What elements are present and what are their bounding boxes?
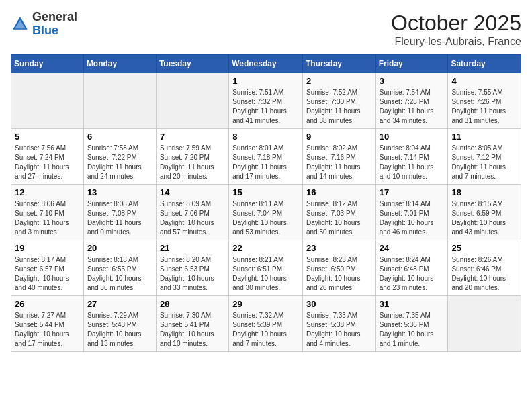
calendar-cell: 16Sunrise: 8:12 AM Sunset: 7:03 PM Dayli… (302, 185, 375, 240)
logo-blue: Blue (32, 24, 58, 37)
calendar-cell: 28Sunrise: 7:30 AM Sunset: 5:41 PM Dayli… (156, 296, 228, 352)
calendar-subtitle: Fleury-les-Aubrais, France (391, 36, 521, 48)
day-number: 10 (380, 132, 445, 142)
calendar-cell: 31Sunrise: 7:35 AM Sunset: 5:36 PM Dayli… (375, 296, 448, 352)
calendar-cell: 30Sunrise: 7:33 AM Sunset: 5:38 PM Dayli… (302, 296, 375, 352)
day-number: 3 (380, 76, 445, 86)
day-number: 23 (306, 243, 372, 253)
calendar-cell: 7Sunrise: 7:59 AM Sunset: 7:20 PM Daylig… (156, 129, 228, 185)
day-info: Sunrise: 8:12 AM Sunset: 7:03 PM Dayligh… (306, 199, 372, 237)
day-number: 17 (380, 187, 445, 197)
day-number: 21 (160, 243, 225, 253)
header-cell-tuesday: Tuesday (156, 55, 228, 73)
calendar-cell: 10Sunrise: 8:04 AM Sunset: 7:14 PM Dayli… (375, 129, 448, 185)
day-number: 2 (306, 76, 372, 86)
calendar-cell: 3Sunrise: 7:54 AM Sunset: 7:28 PM Daylig… (375, 73, 448, 129)
day-info: Sunrise: 8:14 AM Sunset: 7:01 PM Dayligh… (380, 199, 445, 237)
calendar-cell: 15Sunrise: 8:11 AM Sunset: 7:04 PM Dayli… (229, 185, 303, 240)
day-info: Sunrise: 8:08 AM Sunset: 7:08 PM Dayligh… (87, 199, 152, 237)
calendar-cell: 5Sunrise: 7:56 AM Sunset: 7:24 PM Daylig… (11, 129, 84, 185)
day-info: Sunrise: 7:30 AM Sunset: 5:41 PM Dayligh… (160, 311, 225, 349)
day-info: Sunrise: 7:51 AM Sunset: 7:32 PM Dayligh… (232, 88, 299, 126)
day-info: Sunrise: 7:56 AM Sunset: 7:24 PM Dayligh… (15, 144, 80, 181)
calendar-cell (11, 73, 84, 129)
day-number: 16 (306, 187, 372, 197)
day-number: 11 (451, 132, 517, 142)
calendar-cell: 27Sunrise: 7:29 AM Sunset: 5:43 PM Dayli… (83, 296, 156, 352)
header-cell-thursday: Thursday (302, 55, 375, 73)
day-number: 22 (232, 243, 299, 253)
week-row-2: 5Sunrise: 7:56 AM Sunset: 7:24 PM Daylig… (11, 129, 521, 185)
day-number: 13 (87, 187, 152, 197)
calendar-cell: 21Sunrise: 8:20 AM Sunset: 6:53 PM Dayli… (156, 240, 228, 296)
header-cell-friday: Friday (375, 55, 448, 73)
day-number: 15 (232, 187, 299, 197)
day-info: Sunrise: 8:17 AM Sunset: 6:57 PM Dayligh… (15, 255, 80, 293)
calendar-cell: 26Sunrise: 7:27 AM Sunset: 5:44 PM Dayli… (11, 296, 84, 352)
week-row-3: 12Sunrise: 8:06 AM Sunset: 7:10 PM Dayli… (11, 185, 521, 240)
day-number: 26 (15, 299, 80, 309)
calendar-cell: 20Sunrise: 8:18 AM Sunset: 6:55 PM Dayli… (83, 240, 156, 296)
calendar-cell: 4Sunrise: 7:55 AM Sunset: 7:26 PM Daylig… (448, 73, 521, 129)
calendar-cell: 1Sunrise: 7:51 AM Sunset: 7:32 PM Daylig… (229, 73, 303, 129)
calendar-cell: 25Sunrise: 8:26 AM Sunset: 6:46 PM Dayli… (448, 240, 521, 296)
day-number: 1 (232, 76, 299, 86)
day-number: 5 (15, 132, 80, 142)
header-cell-wednesday: Wednesday (229, 55, 303, 73)
calendar-cell (156, 73, 228, 129)
logo-text: General Blue (32, 11, 77, 38)
day-info: Sunrise: 8:01 AM Sunset: 7:18 PM Dayligh… (232, 144, 299, 181)
calendar-cell: 18Sunrise: 8:15 AM Sunset: 6:59 PM Dayli… (448, 185, 521, 240)
calendar-cell: 11Sunrise: 8:05 AM Sunset: 7:12 PM Dayli… (448, 129, 521, 185)
day-info: Sunrise: 7:32 AM Sunset: 5:39 PM Dayligh… (232, 311, 299, 349)
day-number: 19 (15, 243, 80, 253)
calendar-cell: 23Sunrise: 8:23 AM Sunset: 6:50 PM Dayli… (302, 240, 375, 296)
day-info: Sunrise: 8:02 AM Sunset: 7:16 PM Dayligh… (306, 144, 372, 181)
day-number: 18 (451, 187, 517, 197)
calendar-title: October 2025 (391, 11, 521, 36)
day-number: 30 (306, 299, 372, 309)
calendar-cell: 22Sunrise: 8:21 AM Sunset: 6:51 PM Dayli… (229, 240, 303, 296)
day-number: 14 (160, 187, 225, 197)
header-row: SundayMondayTuesdayWednesdayThursdayFrid… (11, 55, 521, 73)
day-number: 4 (451, 76, 517, 86)
day-number: 29 (232, 299, 299, 309)
calendar-cell: 24Sunrise: 8:24 AM Sunset: 6:48 PM Dayli… (375, 240, 448, 296)
day-number: 12 (15, 187, 80, 197)
calendar-cell: 6Sunrise: 7:58 AM Sunset: 7:22 PM Daylig… (83, 129, 156, 185)
header-cell-sunday: Sunday (11, 55, 84, 73)
day-number: 31 (380, 299, 445, 309)
week-row-1: 1Sunrise: 7:51 AM Sunset: 7:32 PM Daylig… (11, 73, 521, 129)
day-info: Sunrise: 7:55 AM Sunset: 7:26 PM Dayligh… (451, 88, 517, 126)
logo-icon (11, 15, 30, 34)
day-number: 9 (306, 132, 372, 142)
day-number: 27 (87, 299, 152, 309)
day-info: Sunrise: 8:23 AM Sunset: 6:50 PM Dayligh… (306, 255, 372, 293)
page-header: General Blue October 2025 Fleury-les-Aub… (11, 11, 521, 48)
calendar-cell: 29Sunrise: 7:32 AM Sunset: 5:39 PM Dayli… (229, 296, 303, 352)
calendar-cell: 12Sunrise: 8:06 AM Sunset: 7:10 PM Dayli… (11, 185, 84, 240)
calendar-cell: 13Sunrise: 8:08 AM Sunset: 7:08 PM Dayli… (83, 185, 156, 240)
day-info: Sunrise: 8:06 AM Sunset: 7:10 PM Dayligh… (15, 199, 80, 237)
day-number: 6 (87, 132, 152, 142)
day-info: Sunrise: 7:29 AM Sunset: 5:43 PM Dayligh… (87, 311, 152, 349)
calendar-cell: 2Sunrise: 7:52 AM Sunset: 7:30 PM Daylig… (302, 73, 375, 129)
day-info: Sunrise: 7:58 AM Sunset: 7:22 PM Dayligh… (87, 144, 152, 181)
calendar-cell: 14Sunrise: 8:09 AM Sunset: 7:06 PM Dayli… (156, 185, 228, 240)
day-number: 25 (451, 243, 517, 253)
logo-general: General (32, 10, 77, 24)
day-info: Sunrise: 8:04 AM Sunset: 7:14 PM Dayligh… (380, 144, 445, 181)
day-info: Sunrise: 7:52 AM Sunset: 7:30 PM Dayligh… (306, 88, 372, 126)
logo: General Blue (11, 11, 77, 38)
day-number: 28 (160, 299, 225, 309)
day-number: 24 (380, 243, 445, 253)
day-info: Sunrise: 8:09 AM Sunset: 7:06 PM Dayligh… (160, 199, 225, 237)
day-info: Sunrise: 7:35 AM Sunset: 5:36 PM Dayligh… (380, 311, 445, 349)
title-block: October 2025 Fleury-les-Aubrais, France (391, 11, 521, 48)
day-info: Sunrise: 8:05 AM Sunset: 7:12 PM Dayligh… (451, 144, 517, 181)
calendar-cell: 8Sunrise: 8:01 AM Sunset: 7:18 PM Daylig… (229, 129, 303, 185)
day-info: Sunrise: 7:59 AM Sunset: 7:20 PM Dayligh… (160, 144, 225, 181)
week-row-4: 19Sunrise: 8:17 AM Sunset: 6:57 PM Dayli… (11, 240, 521, 296)
calendar-cell (448, 296, 521, 352)
header-cell-monday: Monday (83, 55, 156, 73)
